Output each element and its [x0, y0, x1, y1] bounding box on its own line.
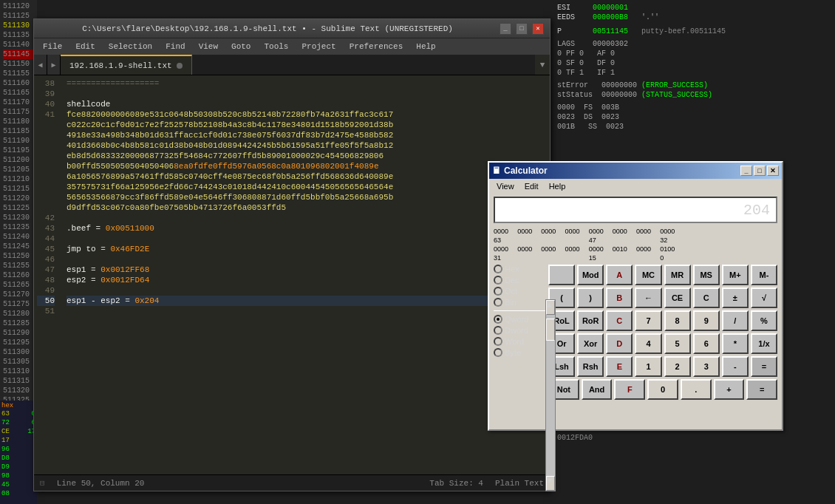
btn-c-hex[interactable]: C	[606, 310, 633, 331]
calc-btn-row-3: RoL RoR C 7 8 9 / %	[548, 310, 777, 331]
mem-cell: 0000	[541, 245, 563, 253]
btn-ce[interactable]: CE	[664, 287, 691, 308]
btn-equals[interactable]: =	[746, 379, 777, 400]
btn-divide[interactable]: /	[722, 310, 749, 331]
scrollbar-thumb[interactable]	[546, 319, 555, 341]
btn-3[interactable]: 3	[693, 356, 720, 377]
radio-divider	[494, 310, 545, 311]
radio-bin[interactable]: Bin	[494, 298, 545, 307]
menu-find[interactable]: Find	[160, 41, 191, 52]
btn-b[interactable]: B	[606, 287, 633, 308]
btn-5[interactable]: 5	[664, 333, 691, 354]
calc-btn-row-4: Or Xor D 4 5 6 * 1/x	[548, 333, 777, 354]
mem-cell: 47	[589, 236, 611, 244]
active-tab[interactable]: 192.168.1.9-shell.txt	[61, 55, 192, 75]
radio-oct[interactable]: Oct	[494, 287, 545, 296]
btn-9[interactable]: 9	[693, 310, 720, 331]
vertical-scrollbar[interactable]: ▲ ▼	[545, 299, 556, 491]
btn-ms[interactable]: MS	[693, 265, 720, 285]
tab-prev-button[interactable]: ◀	[34, 55, 47, 75]
menu-tools[interactable]: Tools	[258, 41, 294, 52]
btn-decimal[interactable]: .	[681, 379, 712, 400]
btn-multiply[interactable]: *	[722, 333, 749, 354]
calc-radio-panel: Hex Dec Oct Bin	[494, 265, 545, 426]
radio-byte[interactable]: Byte	[494, 348, 545, 357]
btn-and[interactable]: And	[582, 379, 613, 400]
btn-mc[interactable]: MC	[635, 265, 661, 285]
btn-d[interactable]: D	[606, 333, 633, 354]
mem-cell	[565, 254, 587, 262]
btn-reciprocal[interactable]: 1/x	[751, 333, 777, 354]
btn-mminus[interactable]: M-	[751, 265, 777, 285]
tab-next-button[interactable]: ▶	[47, 55, 61, 75]
btn-1[interactable]: 1	[635, 356, 661, 377]
mem-cell: 0000	[636, 228, 658, 235]
radio-oct-indicator	[494, 287, 502, 296]
menu-preferences[interactable]: Preferences	[344, 41, 409, 52]
btn-ror[interactable]: RoR	[577, 310, 604, 331]
btn-rparen[interactable]: )	[577, 287, 604, 308]
btn-8[interactable]: 8	[664, 310, 691, 331]
radio-qword-indicator	[494, 315, 502, 324]
calc-minimize-button[interactable]: _	[740, 166, 752, 176]
radio-dword[interactable]: Dword	[494, 326, 545, 335]
mem-cell: 0000	[494, 245, 516, 253]
close-button[interactable]: ✕	[532, 23, 544, 35]
btn-mr[interactable]: MR	[664, 265, 691, 285]
btn-f[interactable]: F	[614, 379, 645, 400]
mem-cell: 32	[660, 236, 682, 244]
menu-project[interactable]: Project	[296, 41, 341, 52]
calc-title-text: Calculator	[501, 166, 740, 176]
radio-dword-indicator	[494, 326, 502, 335]
btn-6[interactable]: 6	[693, 333, 720, 354]
btn-plusminus[interactable]: ±	[722, 287, 749, 308]
tab-dropdown-button[interactable]: ▼	[535, 55, 550, 75]
btn-blank[interactable]	[548, 265, 575, 285]
radio-qword[interactable]: Qword	[494, 315, 545, 324]
radio-byte-indicator	[494, 348, 502, 357]
btn-e[interactable]: E	[606, 356, 633, 377]
menu-file[interactable]: File	[37, 41, 68, 52]
minimize-button[interactable]: _	[500, 23, 511, 35]
btn-7[interactable]: 7	[635, 310, 661, 331]
btn-mod[interactable]: Mod	[577, 265, 604, 285]
calc-menu-help[interactable]: Help	[545, 180, 570, 192]
btn-xor[interactable]: Xor	[577, 333, 604, 354]
btn-rsh[interactable]: Rsh	[577, 356, 604, 377]
btn-sqrt[interactable]: √	[751, 287, 777, 308]
scrollbar-down-button[interactable]: ▼	[546, 476, 555, 491]
btn-0[interactable]: 0	[647, 379, 678, 400]
calc-menu-edit[interactable]: Edit	[520, 180, 543, 192]
radio-hex[interactable]: Hex	[494, 265, 545, 273]
calc-close-button[interactable]: ✕	[767, 166, 779, 176]
mem-cell: 63	[494, 236, 516, 244]
menu-view[interactable]: View	[193, 41, 224, 52]
radio-dec[interactable]: Dec	[494, 276, 545, 285]
radio-word[interactable]: Word	[494, 337, 545, 346]
mem-cell	[755, 236, 777, 244]
mem-cell: 0000	[517, 228, 539, 235]
code-area[interactable]: =================== shellcode fce8820000…	[61, 78, 550, 471]
btn-mplus[interactable]: M+	[722, 265, 749, 285]
menu-selection[interactable]: Selection	[103, 41, 158, 52]
calc-menu-view[interactable]: View	[492, 180, 519, 192]
btn-minus[interactable]: -	[722, 356, 749, 377]
menu-help[interactable]: Help	[410, 41, 441, 52]
mem-cell: 0000	[565, 245, 587, 253]
calc-maximize-button[interactable]: □	[754, 166, 766, 176]
calc-menubar: View Edit Help	[489, 179, 782, 194]
mem-cell	[517, 254, 539, 262]
menu-goto[interactable]: Goto	[225, 41, 256, 52]
status-encoding: Plain Text	[495, 479, 544, 488]
btn-2[interactable]: 2	[664, 356, 691, 377]
btn-percent[interactable]: %	[751, 310, 777, 331]
btn-plus[interactable]: +	[714, 379, 745, 400]
btn-backspace[interactable]: ←	[635, 287, 661, 308]
btn-equals-tall[interactable]: =	[751, 356, 777, 377]
btn-4[interactable]: 4	[635, 333, 661, 354]
maximize-button[interactable]: □	[516, 23, 528, 35]
btn-c[interactable]: C	[693, 287, 720, 308]
menu-edit[interactable]: Edit	[69, 41, 100, 52]
scrollbar-up-button[interactable]: ▲	[546, 300, 555, 315]
btn-a[interactable]: A	[606, 265, 633, 285]
